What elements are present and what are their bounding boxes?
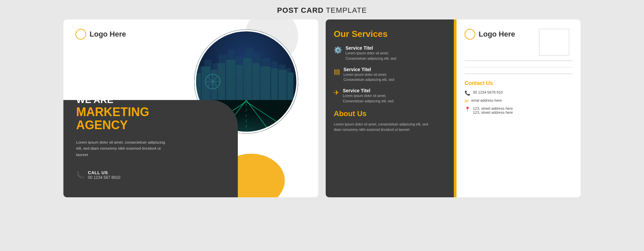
service-1-desc: Lorem ipsum dolor sit amet,Consectetuer …	[345, 51, 396, 61]
call-us-info: CALL US 00 1234 567 8910	[88, 170, 120, 180]
contact-email: ✉ emal address here	[465, 98, 573, 104]
service-item-2: ▤ Service Titel Lorem ipsum dolor sit am…	[334, 67, 448, 83]
contact-us-section: Contact Us 📞 00 1234 5678 910 ✉ emal add…	[465, 80, 573, 114]
location-contact-icon: 📍	[465, 106, 470, 112]
service-2-title: Service Titel	[343, 67, 394, 72]
back-card: Our Services ⚙️ Service Titel Lorem ipsu…	[326, 19, 581, 197]
email-contact-icon: ✉	[465, 98, 469, 104]
service-1-title: Service Titel	[345, 45, 396, 51]
svg-rect-20	[252, 63, 260, 100]
yellow-bar	[454, 19, 457, 197]
headline-line3: AGENCY	[76, 118, 149, 132]
back-left-section: Our Services ⚙️ Service Titel Lorem ipsu…	[326, 19, 457, 197]
address-lines	[465, 60, 573, 74]
contact-phone: 📞 00 1234 5678 910	[465, 90, 573, 96]
address-line-2	[465, 67, 573, 68]
stamp-box	[539, 29, 569, 56]
service-item-1-text: Service Titel Lorem ipsum dolor sit amet…	[345, 45, 396, 61]
svg-rect-17	[226, 60, 235, 100]
svg-rect-22	[271, 68, 278, 100]
service-icon-plane: ✈	[334, 89, 339, 97]
svg-rect-24	[287, 72, 293, 100]
phone-number: 00 1234 5678 910	[473, 90, 503, 94]
service-item-3-text: Service Titel Lorem ipsum dolor sit amet…	[343, 88, 393, 104]
back-logo-circle-icon	[465, 29, 475, 40]
service-2-desc: Lorem ipsum dolor sit amet,Consectetuer …	[343, 72, 394, 83]
address-block: 123, street address here 123, street add…	[473, 106, 513, 114]
svg-rect-14	[202, 66, 210, 100]
front-logo-text: Logo Here	[90, 30, 126, 39]
address-line-text-2: 123, street address here	[473, 110, 513, 114]
service-item-1: ⚙️ Service Titel Lorem ipsum dolor sit a…	[334, 45, 448, 61]
front-card: Logo Here	[63, 19, 318, 197]
phone-contact-icon: 📞	[465, 90, 470, 96]
headline-line2: MARKETING	[76, 105, 149, 119]
back-logo-text: Logo Here	[479, 30, 515, 39]
about-us-desc: Lorem ipsum dolor sit amet, consectetuer…	[334, 121, 434, 133]
contact-us-title: Contact Us	[465, 80, 573, 86]
call-us-section: 📞 CALL US 00 1234 567 8910	[76, 170, 120, 180]
svg-rect-23	[278, 70, 287, 100]
service-icon-layers: ▤	[334, 67, 340, 76]
contact-address: 📍 123, street address here 123, street a…	[465, 106, 573, 114]
right-top-row: Logo Here	[465, 29, 573, 56]
back-right-section: Logo Here Contact Us 📞 00 1234 5678 910 …	[457, 19, 581, 197]
email-address: emal address here	[471, 98, 502, 102]
service-icon-gear: ⚙️	[334, 46, 342, 54]
services-title: Our Services	[334, 29, 448, 39]
front-logo-area: Logo Here	[75, 29, 126, 40]
call-us-label: CALL US	[88, 170, 120, 175]
service-3-title: Service Titel	[343, 88, 393, 93]
headline-line1: WE ARE	[76, 95, 149, 105]
front-description: Lorem ipsum dolor sit amet, consectetuer…	[76, 139, 167, 158]
service-item-2-text: Service Titel Lorem ipsum dolor sit amet…	[343, 67, 394, 83]
address-line-text-1: 123, street address here	[473, 106, 513, 110]
call-us-number: 00 1234 567 8910	[88, 175, 120, 180]
logo-circle-icon	[75, 29, 86, 40]
title-normal: TEMPLATE	[324, 6, 367, 14]
svg-rect-21	[260, 66, 270, 100]
phone-icon: 📞	[76, 171, 85, 179]
back-logo-area: Logo Here	[465, 29, 515, 40]
service-item-3: ✈ Service Titel Lorem ipsum dolor sit am…	[334, 88, 448, 104]
address-line-3	[465, 73, 573, 74]
svg-rect-18	[236, 65, 243, 100]
headline: WE ARE MARKETING AGENCY	[76, 95, 149, 132]
title-bold: POST CARD	[277, 6, 324, 14]
cards-container: Logo Here	[0, 19, 644, 197]
about-us-title: About Us	[334, 109, 448, 118]
page-header: POST CARD TEMPLATE	[277, 0, 367, 19]
svg-rect-19	[244, 58, 252, 100]
service-3-desc: Lorem ipsum dolor sit amet,Consectetuer …	[343, 93, 393, 104]
address-line-1	[465, 60, 573, 61]
